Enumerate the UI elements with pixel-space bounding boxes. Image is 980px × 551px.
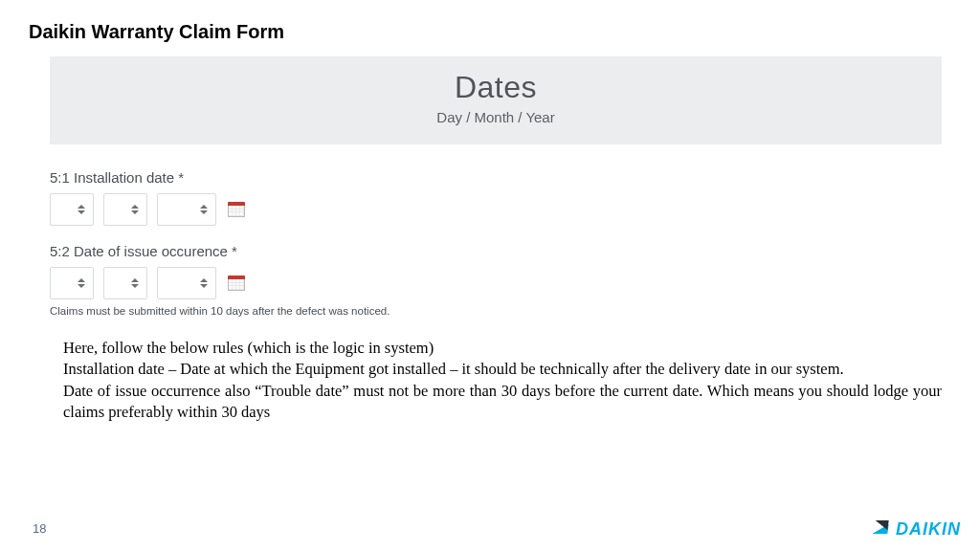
issue-day-select[interactable]: [50, 267, 94, 299]
page-title: Daikin Warranty Claim Form: [0, 0, 980, 43]
form-area: Dates Day / Month / Year 5:1 Installatio…: [50, 56, 942, 317]
rules-intro: Here, follow the below rules (which is t…: [63, 338, 942, 359]
calendar-icon[interactable]: [228, 202, 245, 217]
rules-line-2: Date of issue occurrence also “Trouble d…: [63, 381, 942, 424]
section-header: Dates Day / Month / Year: [50, 56, 942, 144]
installation-date-label: 5:1 Installation date *: [50, 169, 942, 186]
issue-month-select[interactable]: [103, 267, 147, 299]
spinner-icon: [78, 278, 85, 288]
rules-text: Here, follow the below rules (which is t…: [63, 338, 942, 423]
section-subtitle: Day / Month / Year: [50, 109, 942, 125]
brand-logo: DAIKIN: [873, 519, 961, 540]
spinner-icon: [200, 278, 208, 288]
installation-date-field: 5:1 Installation date *: [50, 169, 942, 226]
section-title: Dates: [50, 70, 942, 105]
install-year-select[interactable]: [157, 193, 216, 226]
issue-year-select[interactable]: [157, 267, 216, 299]
spinner-icon: [131, 278, 139, 288]
installation-date-row: [50, 193, 942, 226]
issue-date-label: 5:2 Date of issue occurence *: [50, 243, 942, 259]
install-month-select[interactable]: [103, 193, 147, 226]
calendar-icon[interactable]: [228, 276, 245, 291]
rules-line-1: Installation date – Date at which the Eq…: [63, 359, 942, 380]
install-day-select[interactable]: [50, 193, 94, 226]
logo-mark-icon: [873, 520, 892, 540]
issue-hint-text: Claims must be submitted within 10 days …: [50, 305, 942, 317]
spinner-icon: [200, 205, 208, 214]
logo-text: DAIKIN: [896, 519, 961, 540]
page-number: 18: [33, 521, 46, 536]
spinner-icon: [78, 205, 85, 214]
issue-date-field: 5:2 Date of issue occurence * Claims mus…: [50, 243, 942, 317]
issue-date-row: [50, 267, 942, 299]
spinner-icon: [131, 205, 139, 214]
